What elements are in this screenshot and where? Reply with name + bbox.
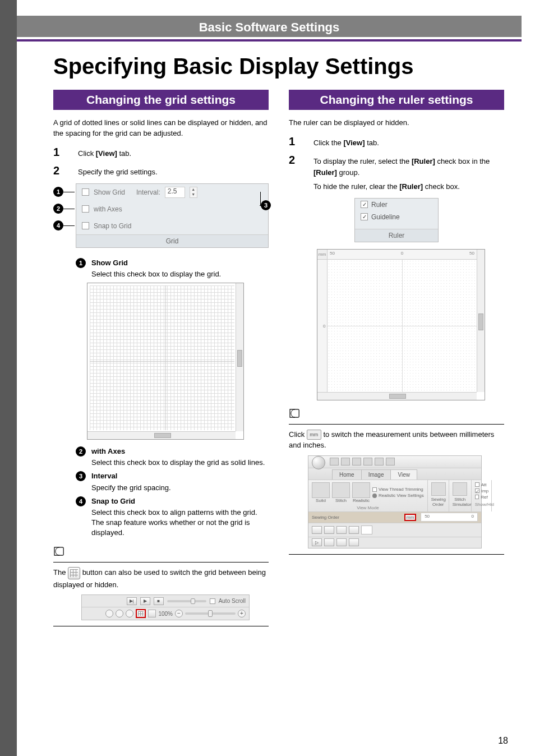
show-grid-checkbox[interactable] bbox=[82, 188, 89, 196]
group-sewing-order: Sewing Order bbox=[428, 480, 449, 511]
imp-option[interactable]: ✓Imp bbox=[475, 488, 488, 494]
imp-cb[interactable]: ✓ bbox=[475, 488, 479, 493]
qat-redo-icon[interactable] bbox=[386, 458, 395, 465]
grid-toggle-hilite[interactable] bbox=[136, 609, 146, 618]
scroll-h-thumb[interactable] bbox=[154, 433, 171, 438]
interval-label: Interval: bbox=[136, 188, 160, 196]
tb2-pointer-icon[interactable] bbox=[349, 538, 359, 546]
badge-2: 2 bbox=[76, 446, 86, 457]
ruler-checkbox[interactable]: ✓ bbox=[361, 201, 368, 208]
ref-cb[interactable] bbox=[475, 495, 479, 499]
r-step1-b: [View] bbox=[343, 139, 365, 147]
tb2-play-icon[interactable]: ▷ bbox=[312, 538, 322, 546]
qat-undo-icon[interactable] bbox=[375, 458, 384, 465]
ref-option[interactable]: Ref bbox=[475, 495, 488, 500]
app-tabs: Home Image View bbox=[308, 468, 481, 480]
tb-icon-3[interactable] bbox=[336, 526, 347, 534]
r2-d: [Ruler] bbox=[313, 168, 337, 177]
rvs-icon bbox=[372, 494, 377, 498]
tb2-lock-icon[interactable] bbox=[324, 538, 334, 546]
interval-spinner[interactable]: ▲▼ bbox=[190, 187, 197, 198]
da-scroll-v-thumb[interactable] bbox=[478, 314, 483, 330]
vtt-checkbox[interactable] bbox=[372, 487, 377, 492]
qat-save-icon[interactable] bbox=[352, 458, 361, 465]
tab-image[interactable]: Image bbox=[361, 469, 391, 480]
stitch-label: Stitch bbox=[332, 498, 350, 503]
progress-knob[interactable] bbox=[191, 598, 195, 604]
guideline-checkbox[interactable]: ✓ bbox=[361, 213, 368, 220]
rvs-option[interactable]: Realistic View Settings bbox=[372, 493, 424, 498]
simulator-button[interactable] bbox=[453, 482, 467, 496]
tab-home[interactable]: Home bbox=[332, 469, 362, 480]
tb-icon-4[interactable] bbox=[349, 526, 359, 534]
da-scroll-h[interactable] bbox=[317, 392, 477, 400]
mm-button[interactable]: mm bbox=[307, 430, 321, 440]
simulator-label: Stitch Simulator bbox=[453, 497, 468, 507]
page-number: 18 bbox=[498, 736, 508, 746]
vtt-option[interactable]: View Thread Trimming bbox=[372, 487, 424, 492]
item2-label: with Axes bbox=[91, 447, 125, 455]
mini-extra-icon[interactable] bbox=[148, 610, 156, 617]
item-snap: 4 Snap to Grid Select this check box to … bbox=[76, 496, 269, 538]
ruler-h-50l: 50 bbox=[330, 251, 335, 256]
tb-icon-2[interactable] bbox=[324, 526, 334, 534]
interval-input[interactable]: 2.5 bbox=[165, 187, 185, 198]
item3-desc: Specify the grid spacing. bbox=[91, 483, 171, 493]
end-icon[interactable]: ▶| bbox=[127, 597, 137, 605]
badge-4: 4 bbox=[76, 496, 86, 506]
mini-round-3[interactable] bbox=[126, 610, 133, 617]
stitch-button[interactable] bbox=[332, 482, 350, 498]
qat-open-icon[interactable] bbox=[341, 458, 350, 465]
da-scroll-h-thumb[interactable] bbox=[389, 394, 406, 399]
left-column: Changing the grid settings A grid of dot… bbox=[53, 90, 269, 722]
with-axes-checkbox[interactable] bbox=[82, 205, 89, 213]
note-rule-top bbox=[53, 562, 269, 563]
zoom-in-icon[interactable]: + bbox=[238, 610, 246, 617]
ruler-corner[interactable]: mm bbox=[317, 250, 328, 260]
snap-checkbox[interactable] bbox=[82, 222, 89, 229]
app-orb-icon[interactable] bbox=[312, 456, 325, 469]
autoscroll-checkbox[interactable] bbox=[210, 598, 215, 604]
ruler-intro: The ruler can be displayed or hidden. bbox=[289, 118, 504, 128]
scroll-horizontal[interactable] bbox=[87, 431, 236, 439]
qat-new-icon[interactable] bbox=[330, 458, 339, 465]
ruler-horizontal: 50 0 50 bbox=[328, 250, 477, 260]
att-cb[interactable] bbox=[475, 482, 479, 487]
zoom-slider[interactable] bbox=[185, 612, 236, 615]
solid-button[interactable] bbox=[312, 482, 330, 498]
ruler-note-pre: Click bbox=[289, 430, 307, 439]
item1-label: Show Grid bbox=[91, 259, 128, 267]
note-rule-bottom bbox=[53, 626, 269, 626]
realistic-button[interactable] bbox=[352, 482, 370, 498]
play-icon[interactable]: ▶ bbox=[140, 597, 150, 605]
att-option[interactable]: Att bbox=[475, 482, 488, 487]
zoom-out-icon[interactable]: − bbox=[175, 610, 183, 617]
solid-label: Solid bbox=[312, 498, 330, 503]
da-scroll-v[interactable] bbox=[477, 250, 485, 392]
mini-round-1[interactable] bbox=[105, 610, 113, 617]
qat-zoom-icon[interactable] bbox=[363, 458, 372, 465]
tb-icon-1[interactable] bbox=[312, 526, 322, 534]
zoom-value: 100% bbox=[158, 611, 173, 617]
zoom-knob[interactable] bbox=[208, 610, 213, 617]
tab-view[interactable]: View bbox=[390, 469, 417, 480]
sewing-order-button[interactable] bbox=[431, 482, 446, 496]
step-1-bold: [View] bbox=[96, 149, 117, 158]
r-step1-c: tab. bbox=[365, 139, 379, 147]
guideline-label: Guideline bbox=[371, 213, 400, 221]
r-step1-a: Click the bbox=[313, 139, 343, 147]
show-grid-label: Show Grid bbox=[94, 188, 125, 196]
r-step-1-num: 1 bbox=[289, 135, 300, 148]
r-step-2: 2 To display the ruler, select the [Rule… bbox=[289, 154, 504, 192]
stop-icon[interactable]: ■ bbox=[154, 597, 164, 605]
mm-hilite[interactable]: mm bbox=[404, 514, 416, 521]
tb2-icon-3[interactable] bbox=[336, 538, 347, 546]
progress-slider[interactable] bbox=[167, 600, 206, 602]
sewing-order-title: Sewing Order bbox=[312, 515, 339, 520]
grid-cross-v bbox=[165, 285, 166, 430]
grid-toggle-icon[interactable] bbox=[68, 567, 80, 579]
realistic-label: Realistic bbox=[352, 498, 370, 503]
scroll-vertical[interactable] bbox=[236, 283, 243, 431]
scroll-v-thumb[interactable] bbox=[237, 350, 242, 367]
mini-round-2[interactable] bbox=[116, 610, 123, 617]
